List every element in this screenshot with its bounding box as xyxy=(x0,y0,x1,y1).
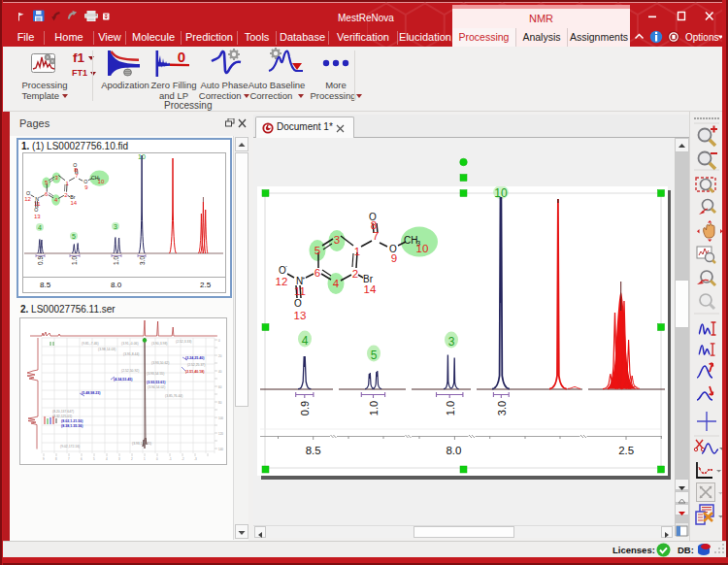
svg-text:(3.93,53.61): (3.93,53.61) xyxy=(147,381,166,384)
svg-text:(8.38,1.35.36): (8.38,1.35.36) xyxy=(61,424,83,428)
svg-text:(2.52,25.37): (2.52,25.37) xyxy=(187,363,205,367)
svg-text:(5.48,98.23): (5.48,98.23) xyxy=(82,391,101,395)
svg-text:6: 6 xyxy=(81,457,83,461)
svg-text:100: 100 xyxy=(218,416,223,420)
svg-text:-1: -1 xyxy=(169,457,172,461)
svg-text:2: 2 xyxy=(131,457,133,461)
svg-text:(3.94,54.02): (3.94,54.02) xyxy=(148,385,165,389)
svg-text:3: 3 xyxy=(118,457,120,461)
svg-text:20: 20 xyxy=(218,354,222,358)
svg-text:(3.90,3.98): (3.90,3.98) xyxy=(151,342,167,346)
svg-text:(2.52,50.92): (2.52,50.92) xyxy=(121,369,139,373)
svg-text:1.0: 1.0 xyxy=(113,256,119,265)
svg-text:(3.85,76.44): (3.85,76.44) xyxy=(165,394,182,398)
svg-text:0: 0 xyxy=(178,50,185,65)
svg-text:8: 8 xyxy=(55,457,57,461)
svg-text:1.0: 1.0 xyxy=(71,256,78,265)
svg-text:4: 4 xyxy=(106,457,108,461)
svg-text:(9.02,172.16): (9.02,172.16) xyxy=(60,445,80,449)
svg-text:(3.24,25.40): (3.24,25.40) xyxy=(185,356,205,360)
svg-text:(8.32,125.01): (8.32,125.01) xyxy=(52,415,72,418)
svg-text:(3.93,50.62): (3.93,50.62) xyxy=(151,361,169,365)
svg-text:(3.93,54.55): (3.93,54.55) xyxy=(147,372,164,376)
svg-text:0.9: 0.9 xyxy=(37,256,44,265)
svg-text:(8.02,1.21.50): (8.02,1.21.50) xyxy=(61,419,83,423)
svg-text:(3.93,171.45): (3.93,171.45) xyxy=(132,442,151,446)
svg-text:80: 80 xyxy=(218,401,222,405)
svg-text:(3.91,8.44): (3.91,8.44) xyxy=(123,352,139,356)
svg-text:(2.52,3.33): (2.52,3.33) xyxy=(176,340,191,344)
svg-text:0: 0 xyxy=(218,339,220,343)
svg-text:5: 5 xyxy=(72,233,76,240)
svg-text:3: 3 xyxy=(114,223,117,230)
svg-text:1: 1 xyxy=(144,457,146,461)
svg-text:0: 0 xyxy=(156,457,158,461)
svg-text:4: 4 xyxy=(38,224,42,231)
svg-text:(4.34,53.45): (4.34,53.45) xyxy=(114,378,133,382)
svg-text:5: 5 xyxy=(93,457,95,461)
svg-text:40: 40 xyxy=(218,370,222,374)
svg-text:(3.91,-0.06): (3.91,-0.06) xyxy=(121,342,139,346)
svg-text:7: 7 xyxy=(68,457,70,461)
svg-text:-3: -3 xyxy=(194,457,197,461)
svg-text:3.0: 3.0 xyxy=(139,256,146,265)
svg-text:60: 60 xyxy=(218,385,222,389)
svg-text:(8.20,137.647): (8.20,137.647) xyxy=(52,410,74,414)
svg-text:(2.51,40.18): (2.51,40.18) xyxy=(185,370,205,374)
svg-text:Options: Options xyxy=(685,32,718,43)
svg-text:140: 140 xyxy=(218,448,223,451)
svg-text:9: 9 xyxy=(43,457,45,461)
svg-text:-2: -2 xyxy=(182,457,184,461)
svg-text:120: 120 xyxy=(218,432,223,436)
svg-text:(9.81,-7.46): (9.81,-7.46) xyxy=(82,342,99,346)
svg-text:(3.98,14.03): (3.98,14.03) xyxy=(98,348,116,351)
